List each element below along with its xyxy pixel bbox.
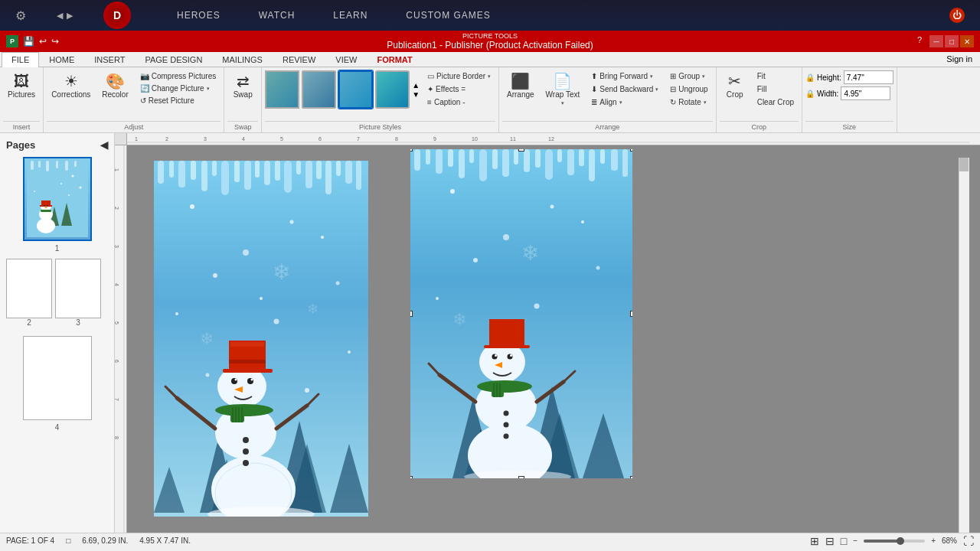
rotate-button[interactable]: ↻ Rotate ▾ (665, 96, 712, 108)
crop-button[interactable]: ✂ Crop (720, 70, 750, 102)
canvas-content: ❄ ❄ ❄ (127, 145, 980, 533)
zoom-in-icon[interactable]: + (931, 536, 936, 545)
tab-home[interactable]: HOME (39, 52, 84, 67)
image-2[interactable]: ❄ ❄ (410, 149, 632, 478)
recolor-button[interactable]: 🎨 Recolor (97, 70, 132, 102)
maximize-button[interactable]: □ (945, 35, 959, 47)
reset-picture-button[interactable]: ↺ Reset Picture (136, 95, 220, 106)
page-thumbnail-2[interactable] (6, 259, 52, 318)
nav-heroes[interactable]: HEROES (177, 10, 220, 21)
picture-effects-button[interactable]: ✦ Effects = (423, 83, 495, 95)
minimize-button[interactable]: ─ (929, 35, 943, 47)
svg-rect-124 (502, 149, 509, 177)
gaming-close-icon[interactable]: ⏻ (949, 8, 965, 23)
clear-crop-button[interactable]: Clear Crop (753, 96, 799, 108)
arrange-group-label: Arrange (502, 121, 713, 132)
fit-page-icon[interactable]: ⛶ (963, 535, 974, 547)
svg-rect-64 (345, 161, 352, 184)
svg-point-21 (34, 191, 35, 192)
height-label: Height: (817, 73, 841, 82)
style-down-icon[interactable]: ▼ (412, 90, 420, 99)
sidebar-collapse-icon[interactable]: ◀ (100, 139, 108, 151)
tab-file[interactable]: FILE (2, 52, 39, 67)
width-input[interactable] (841, 86, 890, 100)
style-up-icon[interactable]: ▲ (412, 81, 420, 90)
nav-custom-games[interactable]: CUSTOM GAMES (406, 10, 490, 21)
svg-rect-128 (545, 149, 553, 180)
style-4[interactable] (375, 70, 410, 109)
fit-button[interactable]: Fit (753, 70, 799, 82)
wrap-icon: 📄 (553, 73, 572, 89)
view-normal-icon[interactable]: ⊞ (810, 535, 819, 547)
arrange-button[interactable]: ⬛ Arrange (502, 70, 539, 102)
nav-learn[interactable]: LEARN (333, 10, 368, 21)
cursor-position: 6.69, 0.29 IN. (82, 536, 128, 545)
forward-icon[interactable]: ▶ (67, 11, 73, 21)
svg-point-22 (68, 194, 70, 196)
view-two-page-icon[interactable]: ⊟ (825, 535, 835, 547)
redo-icon[interactable]: ↪ (51, 36, 59, 47)
svg-rect-63 (336, 161, 341, 176)
svg-text:❄: ❄ (200, 329, 214, 348)
tab-mailings[interactable]: MAILINGS (212, 52, 273, 67)
svg-rect-57 (275, 161, 280, 181)
svg-text:2: 2 (165, 136, 168, 142)
page-thumbnail-4[interactable] (23, 336, 92, 420)
tab-review[interactable]: REVIEW (273, 52, 325, 67)
zoom-slider[interactable] (864, 540, 925, 543)
svg-rect-56 (264, 161, 270, 185)
clear-crop-label: Clear Crop (757, 98, 794, 106)
page-thumbnail-3[interactable] (55, 259, 101, 318)
tab-insert[interactable]: INSERT (84, 52, 135, 67)
fill-button[interactable]: Fill (753, 83, 799, 95)
ungroup-button[interactable]: ⊟ Ungroup (665, 83, 712, 95)
tab-page-design[interactable]: PAGE DESIGN (135, 52, 212, 67)
scrollbar-vertical[interactable] (959, 158, 969, 533)
pictures-icon: 🖼 (14, 73, 29, 89)
picture-tools-label: PICTURE TOOLS (462, 32, 518, 40)
svg-point-136 (450, 189, 455, 194)
help-icon[interactable]: ? (917, 35, 922, 47)
svg-point-75 (206, 373, 210, 377)
tab-format[interactable]: FORMAT (367, 52, 422, 67)
page-row-23: 2 3 (6, 259, 108, 333)
settings-icon[interactable]: ⚙ (15, 8, 26, 23)
caption-button[interactable]: ≡ Caption - (423, 96, 495, 108)
wrap-text-button[interactable]: 📄 Wrap Text ▾ (541, 70, 585, 109)
compress-pictures-button[interactable]: 📷 Compress Pictures (136, 70, 220, 82)
view-single-icon[interactable]: □ (841, 535, 847, 547)
height-input[interactable] (844, 70, 893, 84)
page-thumbnail-1[interactable] (23, 157, 92, 241)
pictures-button[interactable]: 🖼 Pictures (3, 70, 40, 102)
svg-text:❄: ❄ (521, 241, 539, 265)
save-icon[interactable]: 💾 (23, 36, 34, 47)
svg-point-142 (436, 297, 439, 300)
close-button[interactable]: ✕ (960, 35, 974, 47)
nav-watch[interactable]: WATCH (259, 10, 296, 21)
ungroup-label: Ungroup (678, 85, 707, 93)
sign-in-link[interactable]: Sign in (939, 52, 980, 67)
ribbon-group-arrange: ⬛ Arrange 📄 Wrap Text ▾ ⬆ Bring Forward … (499, 67, 717, 132)
svg-point-156 (477, 380, 532, 393)
pictures-label: Pictures (8, 90, 35, 99)
change-picture-button[interactable]: 🔄 Change Picture ▾ (136, 83, 220, 94)
corrections-button[interactable]: ☀ Corrections (47, 70, 95, 102)
style-1[interactable] (265, 70, 299, 109)
style-3[interactable] (338, 70, 373, 109)
group-button[interactable]: ⊞ Group ▾ (665, 70, 712, 82)
back-icon[interactable]: ◀ (57, 11, 63, 21)
send-backward-button[interactable]: ⬇ Send Backward ▾ (586, 83, 663, 95)
svg-rect-157 (492, 383, 504, 397)
align-button[interactable]: ≣ Align ▾ (586, 96, 663, 108)
style-2[interactable] (302, 70, 336, 109)
picture-border-button[interactable]: ▭ Picture Border ▾ (423, 70, 495, 82)
swap-button[interactable]: ⇄ Swap (227, 70, 258, 102)
bring-forward-button[interactable]: ⬆ Bring Forward ▾ (586, 70, 663, 82)
image-1[interactable]: ❄ ❄ ❄ (154, 161, 368, 517)
svg-text:4: 4 (115, 283, 119, 286)
undo-icon[interactable]: ↩ (39, 36, 47, 47)
tab-view[interactable]: VIEW (325, 52, 367, 67)
caption-label: Caption - (434, 98, 466, 106)
rotate-label: Rotate (678, 98, 701, 106)
zoom-out-icon[interactable]: − (853, 536, 858, 545)
